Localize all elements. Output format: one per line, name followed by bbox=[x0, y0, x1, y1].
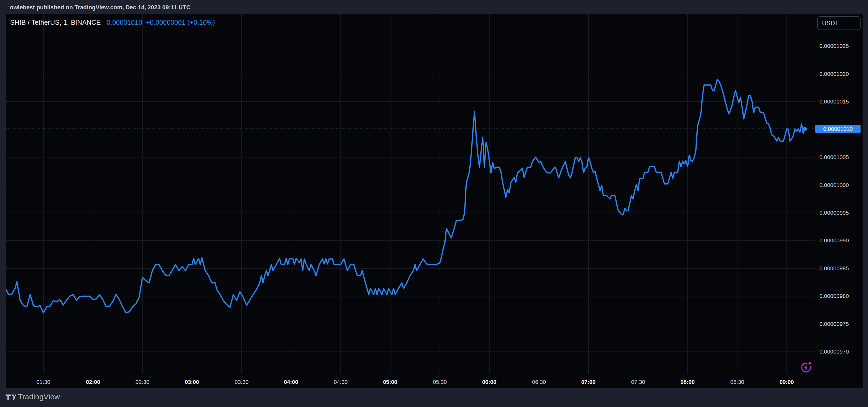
chart-frame: SHIB / TetherUS, 1, BINANCE0.00001010+0.… bbox=[6, 14, 863, 388]
time-axis-label: 05:00 bbox=[383, 374, 397, 388]
price-series-layer bbox=[6, 80, 815, 313]
price-axis-label: 0.00000990 bbox=[819, 237, 849, 244]
gridlines bbox=[6, 14, 815, 374]
price-axis-label: 0.00001000 bbox=[819, 181, 849, 189]
price-axis-label: 0.00000980 bbox=[819, 292, 849, 300]
time-axis-label: 01:30 bbox=[36, 374, 51, 388]
attribution-bar: owiebest published on TradingView.com, D… bbox=[0, 0, 868, 14]
time-axis-label: 05:30 bbox=[433, 374, 447, 388]
price-axis-label: 0.00001020 bbox=[819, 70, 849, 78]
time-axis-label: 04:00 bbox=[284, 374, 298, 388]
time-axis-label: 07:30 bbox=[631, 374, 645, 388]
time-axis-label: 04:30 bbox=[334, 374, 348, 388]
notification-red-dot bbox=[808, 361, 812, 365]
price-axis[interactable]: USDT 0.00001010 0.000010250.000010200.00… bbox=[815, 14, 862, 374]
attribution-text: owiebest published on TradingView.com, D… bbox=[10, 4, 191, 11]
time-axis-label: 02:00 bbox=[86, 374, 100, 388]
tradingview-published-chart: { "attribution_bar": { "text": "owiebest… bbox=[0, 0, 868, 407]
time-axis-label: 06:00 bbox=[482, 374, 496, 388]
price-axis-label: 0.00000970 bbox=[819, 348, 849, 355]
chart-plot-area[interactable] bbox=[6, 14, 815, 374]
footer-bar: TradingView bbox=[0, 388, 868, 407]
last-point-marker bbox=[803, 127, 807, 131]
time-axis[interactable]: 01:3002:0002:3003:0003:3004:0004:3005:00… bbox=[6, 374, 863, 388]
lightning-bolt-icon bbox=[804, 364, 808, 371]
time-axis-label: 03:30 bbox=[235, 374, 249, 388]
last-price-value: 0.00001010 bbox=[106, 19, 142, 26]
price-axis-label: 0.00000975 bbox=[819, 320, 849, 328]
time-axis-label: 07:00 bbox=[581, 374, 596, 388]
symbol-title: SHIB / TetherUS, 1, BINANCE bbox=[10, 19, 101, 26]
price-axis-label: 0.00000985 bbox=[819, 265, 849, 272]
symbol-legend[interactable]: SHIB / TetherUS, 1, BINANCE0.00001010+0.… bbox=[10, 19, 215, 26]
current-price-label: 0.00001010 bbox=[815, 125, 861, 133]
flash-watermark-icon[interactable] bbox=[802, 361, 812, 372]
price-axis-label: 0.00001005 bbox=[819, 153, 849, 161]
price-axis-label: 0.00001025 bbox=[819, 42, 849, 50]
tradingview-logo-icon[interactable] bbox=[6, 395, 16, 401]
time-axis-label: 09:00 bbox=[779, 374, 794, 388]
footer-brand-text[interactable]: TradingView bbox=[18, 393, 60, 401]
time-axis-label: 08:00 bbox=[680, 374, 695, 388]
price-change-value: +0.00000001 (+0.10%) bbox=[146, 19, 215, 26]
time-axis-label: 06:30 bbox=[532, 374, 546, 388]
price-axis-label: 0.00000995 bbox=[819, 209, 849, 216]
time-axis-label: 02:30 bbox=[135, 374, 150, 388]
time-axis-label: 08:30 bbox=[730, 374, 744, 388]
price-line-series bbox=[6, 80, 805, 313]
currency-toggle-button[interactable]: USDT bbox=[817, 16, 861, 30]
price-axis-label: 0.00001015 bbox=[819, 98, 849, 105]
time-axis-label: 03:00 bbox=[185, 374, 199, 388]
